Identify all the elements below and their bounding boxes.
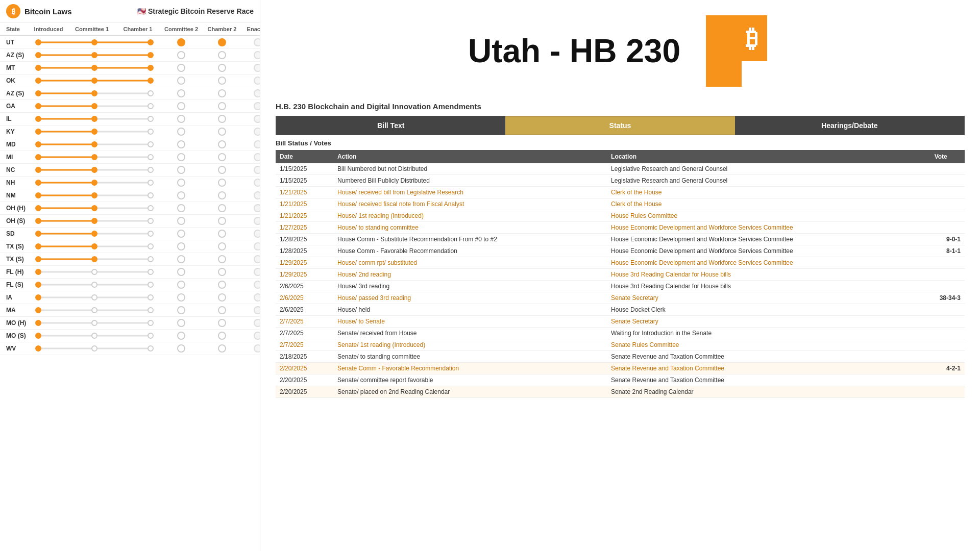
- state-row[interactable]: AZ (S): [0, 49, 260, 62]
- state-row[interactable]: MT: [0, 62, 260, 74]
- action-cell: Numbered Bill Publicly Distributed: [333, 175, 607, 187]
- state-row[interactable]: TX (S): [0, 240, 260, 253]
- state-row[interactable]: OH (H): [0, 202, 260, 215]
- committee2-cell: [161, 89, 202, 97]
- col-introduced: Introduced: [28, 26, 69, 32]
- state-row[interactable]: UT: [0, 36, 260, 49]
- tab-status[interactable]: Status: [505, 116, 734, 135]
- action-cell: House/ 3rd reading: [333, 281, 607, 292]
- committee2-cell: [161, 332, 202, 340]
- action-cell: House/ to standing committee: [333, 222, 607, 234]
- date-cell: 1/15/2025: [276, 163, 333, 175]
- state-row[interactable]: MI: [0, 151, 260, 164]
- committee2-cell: [161, 204, 202, 212]
- state-row[interactable]: AZ (S): [0, 87, 260, 100]
- enacted-cell: [242, 306, 260, 314]
- state-label: IL: [0, 115, 28, 122]
- state-row[interactable]: MO (S): [0, 330, 260, 342]
- date-cell: 1/28/2025: [276, 234, 333, 245]
- vote-cell: [917, 374, 965, 386]
- left-panel: ₿ Bitcoin Laws 🇺🇸 Strategic Bitcoin Rese…: [0, 0, 260, 551]
- chamber2-cell: [202, 268, 242, 276]
- committee2-cell: [161, 153, 202, 161]
- svg-marker-0: [706, 15, 767, 87]
- state-row[interactable]: MD: [0, 138, 260, 151]
- date-cell: 1/21/2025: [276, 210, 333, 222]
- state-label: MO (H): [0, 319, 28, 327]
- progress-bar-cell: [28, 242, 161, 251]
- state-row[interactable]: FL (S): [0, 279, 260, 291]
- state-row[interactable]: NM: [0, 189, 260, 202]
- progress-bar-cell: [28, 77, 161, 85]
- state-row[interactable]: MA: [0, 304, 260, 317]
- table-row: 2/18/2025 Senate/ to standing committee …: [276, 351, 965, 363]
- state-row[interactable]: NH: [0, 177, 260, 189]
- table-row: 2/7/2025 Senate/ 1st reading (Introduced…: [276, 339, 965, 351]
- table-row: 1/29/2025 House/ comm rpt/ substituted H…: [276, 257, 965, 269]
- state-row[interactable]: NC: [0, 164, 260, 177]
- location-cell: House 3rd Reading Calendar for House bil…: [607, 281, 917, 292]
- tabs-bar[interactable]: Bill Text Status Hearings/Debate: [276, 116, 965, 135]
- location-cell: House Economic Development and Workforce…: [607, 245, 917, 257]
- state-row[interactable]: IA: [0, 291, 260, 304]
- location-cell: House Economic Development and Workforce…: [607, 222, 917, 234]
- state-row[interactable]: MO (H): [0, 317, 260, 330]
- state-label: NC: [0, 166, 28, 173]
- progress-bar-cell: [28, 102, 161, 110]
- vote-cell: 8-1-1: [917, 245, 965, 257]
- action-cell: Senate/ committee report favorable: [333, 374, 607, 386]
- committee2-cell: [161, 115, 202, 123]
- state-row[interactable]: IL: [0, 113, 260, 126]
- state-row[interactable]: SD: [0, 228, 260, 240]
- date-cell: 1/21/2025: [276, 187, 333, 198]
- enacted-cell: [242, 64, 260, 72]
- action-cell: House/ held: [333, 304, 607, 316]
- col-chamber1: Chamber 1: [115, 26, 161, 32]
- state-label: NH: [0, 179, 28, 186]
- location-cell: House Economic Development and Workforce…: [607, 234, 917, 245]
- progress-bar-cell: [28, 140, 161, 148]
- location-cell: House 3rd Reading Calendar for House bil…: [607, 269, 917, 281]
- col-enacted: Enacted: [242, 26, 260, 32]
- committee2-cell: [161, 102, 202, 110]
- state-row[interactable]: FL (H): [0, 266, 260, 279]
- state-rows: UTAZ (S)MTOKAZ (S)GAILKYMDMINCNHNMOH (H)…: [0, 36, 260, 551]
- state-row[interactable]: GA: [0, 100, 260, 113]
- action-cell: House/ 2nd reading: [333, 269, 607, 281]
- state-row[interactable]: WV: [0, 342, 260, 355]
- tab-bill-text[interactable]: Bill Text: [276, 116, 505, 135]
- progress-bar-cell: [28, 319, 161, 327]
- enacted-cell: [242, 293, 260, 302]
- chamber2-cell: [202, 255, 242, 263]
- committee2-cell: [161, 242, 202, 251]
- state-row[interactable]: TX (S): [0, 253, 260, 266]
- date-cell: 2/20/2025: [276, 386, 333, 398]
- table-row: 1/15/2025 Numbered Bill Publicly Distrib…: [276, 175, 965, 187]
- location-cell: Senate Revenue and Taxation Committee: [607, 351, 917, 363]
- chamber2-cell: [202, 179, 242, 187]
- enacted-cell: [242, 102, 260, 110]
- state-row[interactable]: KY: [0, 126, 260, 138]
- bill-table-body: 1/15/2025 Bill Numbered but not Distribu…: [276, 163, 965, 398]
- action-cell: House/ passed 3rd reading: [333, 292, 607, 304]
- committee2-cell: [161, 230, 202, 238]
- state-row[interactable]: OK: [0, 74, 260, 87]
- action-cell: Senate/ to standing committee: [333, 351, 607, 363]
- state-row[interactable]: OH (S): [0, 215, 260, 228]
- enacted-cell: [242, 77, 260, 85]
- state-label: MI: [0, 154, 28, 161]
- state-label: MD: [0, 141, 28, 148]
- enacted-cell: [242, 332, 260, 340]
- tab-hearings[interactable]: Hearings/Debate: [735, 116, 964, 135]
- committee2-cell: [161, 344, 202, 353]
- table-row: 2/20/2025 Senate/ committee report favor…: [276, 374, 965, 386]
- chamber2-cell: [202, 153, 242, 161]
- state-label: OH (S): [0, 217, 28, 224]
- location-cell: Legislative Research and General Counsel: [607, 163, 917, 175]
- date-cell: 1/27/2025: [276, 222, 333, 234]
- progress-bar-cell: [28, 128, 161, 136]
- location-cell: Senate Rules Committee: [607, 339, 917, 351]
- enacted-cell: [242, 191, 260, 199]
- action-cell: House/ to Senate: [333, 316, 607, 328]
- location-cell: Clerk of the House: [607, 198, 917, 210]
